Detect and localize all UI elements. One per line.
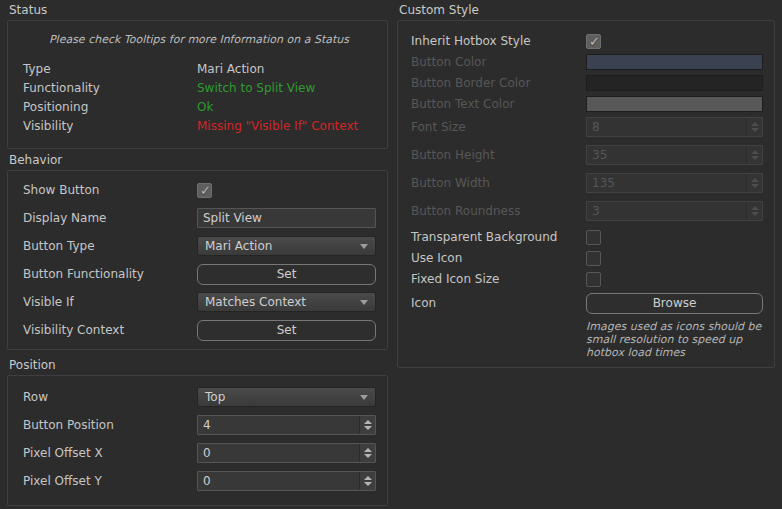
inherit-hotbox-style-row: Inherit Hotbox Style [411, 33, 763, 49]
icon-label: Icon [411, 296, 586, 310]
behavior-group: Behavior Show Button Display Name Button… [7, 153, 388, 350]
show-button-checkbox[interactable] [197, 183, 212, 198]
pixel-offset-x-value[interactable]: 0 [198, 444, 359, 462]
status-row-type: Type Mari Action [23, 59, 375, 78]
visible-if-label: Visible If [23, 295, 197, 309]
status-row-functionality: Functionality Switch to Split View [23, 78, 375, 97]
transparent-background-checkbox[interactable] [586, 230, 601, 245]
show-button-row: Show Button [23, 180, 376, 200]
pixel-offset-x-label: Pixel Offset X [23, 446, 197, 460]
status-row-positioning: Positioning Ok [23, 97, 375, 116]
row-label: Row [23, 390, 197, 404]
row-select[interactable]: Top [197, 387, 376, 407]
spinner-arrows [746, 202, 762, 220]
chevron-down-icon [360, 244, 368, 249]
behavior-group-title: Behavior [9, 153, 388, 168]
icon-note-row: Images used as icons should be small res… [411, 320, 763, 359]
transparent-background-label: Transparent Background [411, 230, 586, 244]
font-size-spinner: 8 [586, 117, 763, 137]
button-border-color-label: Button Border Color [411, 76, 586, 90]
spinner-arrows[interactable] [359, 472, 375, 490]
status-positioning-value: Ok [197, 100, 213, 114]
button-position-label: Button Position [23, 418, 197, 432]
spinner-arrows [746, 118, 762, 136]
button-text-color-label: Button Text Color [411, 97, 586, 111]
button-roundness-label: Button Roundness [411, 204, 586, 218]
spin-down-icon [751, 156, 759, 160]
spin-up-icon[interactable] [364, 420, 372, 424]
button-text-color-swatch [586, 96, 763, 112]
font-size-row: Font Size 8 [411, 117, 763, 137]
status-functionality-value: Switch to Split View [197, 81, 315, 95]
row-row: Row Top [23, 387, 376, 407]
font-size-label: Font Size [411, 120, 586, 134]
button-functionality-row: Button Functionality Set [23, 264, 376, 284]
status-row-visibility: Visibility Missing "Visible If" Context [23, 116, 375, 135]
button-functionality-set-button[interactable]: Set [197, 264, 376, 285]
status-note: Please check Tooltips for more Informati… [23, 33, 375, 46]
use-icon-label: Use Icon [411, 251, 586, 265]
button-position-spinner[interactable]: 4 [197, 415, 376, 435]
button-width-value: 135 [587, 174, 746, 192]
pixel-offset-x-spinner[interactable]: 0 [197, 443, 376, 463]
custom-style-group-title: Custom Style [399, 3, 775, 18]
status-group-title: Status [9, 3, 388, 18]
button-height-label: Button Height [411, 148, 586, 162]
chevron-down-icon [360, 395, 368, 400]
use-icon-checkbox[interactable] [586, 251, 601, 266]
behavior-group-box: Show Button Display Name Button Type Mar… [7, 170, 388, 350]
button-type-label: Button Type [23, 239, 197, 253]
spin-down-icon [751, 128, 759, 132]
button-roundness-spinner: 3 [586, 201, 763, 221]
button-border-color-row: Button Border Color [411, 75, 763, 91]
visible-if-select[interactable]: Matches Context [197, 292, 376, 312]
inherit-hotbox-style-checkbox[interactable] [586, 34, 601, 49]
position-group-title: Position [9, 358, 388, 373]
status-type-value: Mari Action [197, 62, 264, 76]
status-visibility-value: Missing "Visible If" Context [197, 119, 358, 133]
spin-up-icon [751, 178, 759, 182]
pixel-offset-y-spinner[interactable]: 0 [197, 471, 376, 491]
fixed-icon-size-checkbox[interactable] [586, 272, 601, 287]
display-name-row: Display Name [23, 208, 376, 228]
status-functionality-label: Functionality [23, 81, 197, 95]
visibility-context-label: Visibility Context [23, 323, 197, 337]
icon-browse-button[interactable]: Browse [586, 293, 763, 314]
row-selected-value: Top [205, 390, 225, 404]
pixel-offset-y-label: Pixel Offset Y [23, 474, 197, 488]
font-size-value: 8 [587, 118, 746, 136]
display-name-label: Display Name [23, 211, 197, 225]
show-button-label: Show Button [23, 183, 197, 197]
spin-up-icon [751, 122, 759, 126]
status-group: Status Please check Tooltips for more In… [7, 3, 388, 149]
pixel-offset-y-value[interactable]: 0 [198, 472, 359, 490]
spin-down-icon[interactable] [364, 454, 372, 458]
chevron-down-icon [360, 300, 368, 305]
visible-if-row: Visible If Matches Context [23, 292, 376, 312]
button-roundness-value: 3 [587, 202, 746, 220]
button-roundness-row: Button Roundness 3 [411, 201, 763, 221]
spinner-arrows[interactable] [359, 444, 375, 462]
button-width-label: Button Width [411, 176, 586, 190]
custom-style-group-box: Inherit Hotbox Style Button Color Button… [397, 20, 775, 368]
spinner-arrows [746, 174, 762, 192]
visible-if-selected-value: Matches Context [205, 295, 306, 309]
button-type-select[interactable]: Mari Action [197, 236, 376, 256]
spin-up-icon[interactable] [364, 476, 372, 480]
spinner-arrows[interactable] [359, 416, 375, 434]
spin-down-icon[interactable] [364, 426, 372, 430]
inherit-hotbox-style-label: Inherit Hotbox Style [411, 34, 586, 48]
custom-style-group: Custom Style Inherit Hotbox Style Button… [397, 3, 775, 368]
visibility-context-row: Visibility Context Set [23, 320, 376, 340]
button-position-value[interactable]: 4 [198, 416, 359, 434]
display-name-input[interactable] [197, 208, 376, 228]
spin-up-icon[interactable] [364, 448, 372, 452]
spin-up-icon [751, 206, 759, 210]
visibility-context-set-button[interactable]: Set [197, 320, 376, 341]
icon-note: Images used as icons should be small res… [586, 320, 763, 359]
use-icon-row: Use Icon [411, 250, 763, 266]
spin-down-icon[interactable] [364, 482, 372, 486]
fixed-icon-size-label: Fixed Icon Size [411, 272, 586, 286]
position-group-box: Row Top Button Position 4 [7, 375, 388, 506]
button-height-value: 35 [587, 146, 746, 164]
